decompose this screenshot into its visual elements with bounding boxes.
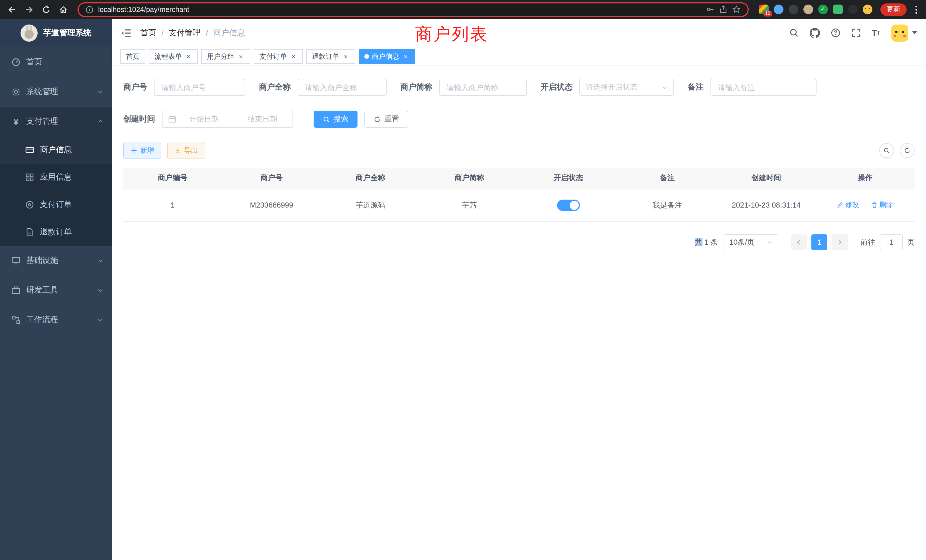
chevron-down-icon (97, 287, 104, 294)
sidebar-item-infra[interactable]: 基础设施 (0, 246, 112, 275)
search-button[interactable]: 搜索 (313, 110, 357, 128)
sidebar-item-merchant-info[interactable]: 商户信息 (0, 136, 112, 163)
filter-status: 开启状态 请选择开启状态 (540, 79, 674, 96)
merchant-shortname-input[interactable] (439, 79, 527, 96)
chevron-up-icon (97, 118, 104, 125)
status-toggle[interactable] (557, 199, 580, 211)
extension-icon-dark[interactable] (788, 5, 798, 14)
screen: localhost:1024/pay/merchant 10 (0, 0, 926, 560)
url-text[interactable]: localhost:1024/pay/merchant (98, 5, 189, 14)
field-label: 商户号 (123, 82, 147, 92)
top-navbar: 首页 / 支付管理 / 商户信息 商户列表 (112, 19, 926, 47)
user-menu[interactable] (891, 24, 917, 41)
pagination-total-prefix: 共 (695, 238, 702, 246)
next-page-button[interactable] (832, 234, 848, 250)
address-bar[interactable]: localhost:1024/pay/merchant (77, 2, 749, 17)
breadcrumb-section[interactable]: 支付管理 (169, 28, 201, 38)
browser-menu-icon[interactable] (911, 3, 921, 16)
credit-card-icon (25, 145, 34, 154)
extension-icon-knot[interactable] (848, 5, 858, 14)
annotation-page-title: 商户列表 (415, 23, 488, 46)
browser-profile-avatar[interactable] (863, 5, 872, 14)
delete-link[interactable]: 删除 (871, 200, 893, 210)
refresh-table-icon[interactable] (900, 143, 915, 158)
search-icon[interactable] (789, 28, 799, 38)
site-info-icon[interactable] (86, 5, 94, 14)
add-button[interactable]: 新增 (123, 142, 161, 159)
app-logo[interactable]: 芋道管理系统 (0, 19, 112, 47)
browser-back-icon[interactable] (5, 2, 20, 17)
tab-refund-order[interactable]: 退款订单 × (306, 49, 355, 64)
bookmark-star-icon[interactable] (732, 5, 741, 14)
sidebar-toggle-icon[interactable] (121, 28, 131, 37)
filter-merchant-fullname: 商户全称 (259, 79, 387, 96)
remark-input[interactable] (710, 79, 817, 96)
tab-home[interactable]: 首页 (120, 49, 145, 64)
extensions-menu-icon[interactable]: 10 (759, 5, 769, 14)
toggle-search-icon[interactable] (879, 143, 894, 158)
tab-label: 退款订单 (312, 51, 339, 61)
sidebar-item-refund-order[interactable]: 退款订单 (0, 218, 112, 246)
sidebar-item-home[interactable]: 首页 (0, 47, 112, 77)
goto-page-input[interactable] (880, 234, 903, 250)
help-icon[interactable] (831, 28, 840, 38)
sidebar-item-app-info[interactable]: 应用信息 (0, 163, 112, 191)
password-key-icon[interactable] (706, 5, 714, 14)
sidebar-item-workflow[interactable]: 工作流程 (0, 305, 112, 335)
page-number-button[interactable]: 1 (811, 234, 828, 250)
page-content: 商户号 商户全称 商户简称 开启状态 请选择开启状态 (112, 66, 926, 560)
tab-process-form[interactable]: 流程表单 × (149, 49, 198, 64)
reset-button[interactable]: 重置 (365, 110, 408, 128)
browser-home-icon[interactable] (56, 2, 71, 17)
browser-update-button[interactable]: 更新 (881, 3, 906, 16)
grid-icon (25, 173, 34, 182)
page-jumper: 前往 页 (861, 234, 915, 250)
close-icon[interactable]: × (185, 53, 192, 60)
download-icon (174, 147, 181, 154)
breadcrumb-home[interactable]: 首页 (140, 28, 156, 38)
gear-icon (11, 87, 21, 96)
workflow-icon (11, 315, 21, 324)
browser-toolbar: localhost:1024/pay/merchant 10 (0, 0, 926, 19)
field-label: 开启状态 (540, 82, 572, 92)
browser-reload-icon[interactable] (39, 2, 54, 17)
prev-page-button[interactable] (791, 234, 807, 250)
cell-merchant-shortname: 芋艿 (420, 189, 519, 221)
merchant-no-input[interactable] (154, 79, 245, 96)
yen-icon: ¥ (11, 117, 21, 126)
app-title: 芋道管理系统 (43, 28, 91, 38)
tab-merchant-info[interactable]: 商户信息 × (359, 49, 415, 64)
browser-forward-icon[interactable] (22, 2, 36, 17)
share-icon[interactable] (719, 5, 728, 14)
extension-icon-avatar[interactable] (803, 5, 813, 14)
edit-link[interactable]: 修改 (837, 200, 859, 210)
extension-icon-check[interactable] (818, 5, 828, 14)
tab-user-group[interactable]: 用户分组 × (201, 49, 250, 64)
extension-icon-blue[interactable] (774, 5, 784, 14)
sidebar-item-dev-tools[interactable]: 研发工具 (0, 275, 112, 305)
sidebar-item-payment[interactable]: ¥ 支付管理 (0, 107, 112, 136)
extension-icon-doc[interactable] (833, 5, 843, 14)
close-icon[interactable]: × (402, 53, 409, 60)
merchant-fullname-input[interactable] (298, 79, 387, 96)
cell-create-time: 2021-10-23 08:31:14 (717, 189, 816, 221)
font-size-icon[interactable]: TT (872, 29, 881, 37)
sidebar-item-pay-order[interactable]: 支付订单 (0, 191, 112, 218)
filter-create-time: 创建时间 开始日期 - 结束日期 (123, 110, 293, 128)
sidebar-item-label: 基础设施 (26, 256, 58, 266)
date-range-picker[interactable]: 开始日期 - 结束日期 (162, 110, 293, 128)
github-icon[interactable] (809, 28, 820, 38)
page-size-select[interactable]: 10条/页 (723, 234, 778, 250)
sidebar-item-system[interactable]: 系统管理 (0, 77, 112, 107)
close-icon[interactable]: × (290, 53, 297, 60)
tab-pay-order[interactable]: 支付订单 × (254, 49, 303, 64)
col-merchant-shortname: 商户简称 (420, 168, 519, 189)
export-button[interactable]: 导出 (167, 142, 205, 159)
trash-icon (871, 202, 878, 208)
fullscreen-icon[interactable] (851, 28, 861, 38)
close-icon[interactable]: × (237, 53, 245, 60)
sidebar-item-label: 支付管理 (26, 117, 58, 127)
pagination-total: 共 1 条 (695, 237, 718, 247)
close-icon[interactable]: × (342, 53, 350, 60)
status-select[interactable]: 请选择开启状态 (580, 79, 674, 96)
